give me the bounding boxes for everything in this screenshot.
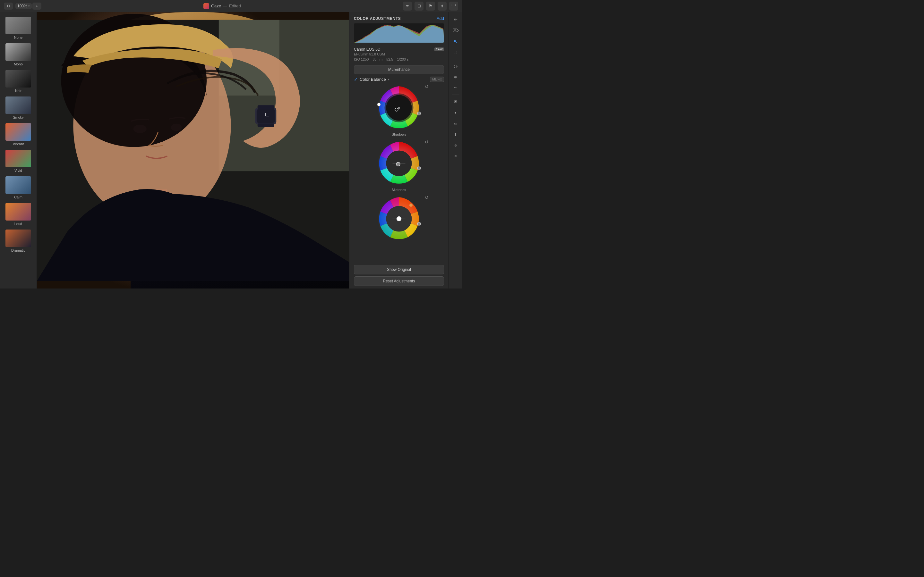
shutter-label: 1/200 s (397, 57, 409, 61)
preset-none[interactable]: None (0, 15, 37, 41)
reset-adjustments-label: Reset Adjustments (383, 279, 415, 284)
preset-smoky-thumb (5, 97, 31, 114)
highlights-color-wheel[interactable] (376, 195, 422, 242)
filter-tool-button[interactable]: ◎ (451, 61, 460, 71)
cursor-tool-button[interactable]: ↖ (451, 37, 460, 46)
photo-canvas (37, 12, 349, 288)
preset-dramatic[interactable]: Dramatic (0, 227, 37, 254)
preset-vivid-label: Vivid (15, 169, 22, 172)
zoom-chevron-icon: ▾ (28, 5, 30, 8)
preset-noir[interactable]: Noir (0, 68, 37, 95)
color-balance-header: ✓ Color Balance ▾ ML Fix (354, 77, 444, 82)
pen-icon: ✒ (406, 3, 409, 8)
preset-loud[interactable]: Loud (0, 201, 37, 227)
svg-point-29 (396, 162, 400, 166)
svg-point-20 (398, 107, 400, 109)
svg-point-30 (417, 167, 421, 170)
main-content: None Mono Noir Smoky Vibrant Vivid (0, 12, 462, 288)
highlights-wheel-wrapper: ↺ (376, 195, 422, 242)
preset-mono[interactable]: Mono (0, 41, 37, 68)
tools-column: ✏ ⌦ ↖ ⬚ ◎ ⊕ 〜 ☀ ● ▭ T (449, 12, 462, 288)
preset-calm[interactable]: Calm (0, 174, 37, 201)
flag-tool-button[interactable]: ⚑ (426, 2, 435, 11)
edited-label: Edited (229, 3, 241, 8)
svg-rect-13 (258, 123, 274, 127)
text-icon: T (454, 132, 457, 137)
presets-panel: None Mono Noir Smoky Vibrant Vivid (0, 12, 37, 288)
zoom-control: 100% ▾ + (15, 3, 41, 10)
share-icon: ⬆ (441, 4, 444, 8)
svg-point-37 (417, 222, 421, 226)
ml-enhance-label: ML Enhance (388, 67, 410, 72)
titlebar: ⊟ 100% ▾ + Gaze — Edited ✒ ⊡ ⚑ ⬆ (0, 0, 462, 12)
brush-tool-button[interactable]: 〜 (451, 83, 460, 93)
ml-enhance-button[interactable]: ML Enhance (354, 65, 444, 74)
preset-smoky[interactable]: Smoky (0, 95, 37, 121)
mask-tool-button[interactable]: ⊙ (451, 140, 460, 150)
midtones-wheel-container: ↺ (354, 140, 444, 192)
svg-point-36 (397, 217, 401, 221)
shadows-label: Shadows (392, 132, 406, 136)
fx-tool-button[interactable]: ≋ (451, 151, 460, 161)
paint-bucket-button[interactable]: ▭ (451, 119, 460, 128)
preset-none-thumb (5, 17, 31, 34)
app-icon (204, 3, 209, 9)
shadows-wheel-wrapper: ↺ (376, 85, 422, 131)
color-balance-check-icon[interactable]: ✓ (354, 77, 358, 82)
zoom-display[interactable]: 100% ▾ (15, 3, 32, 9)
spot-heal-button[interactable]: ● (451, 108, 460, 117)
reset-adjustments-button[interactable]: Reset Adjustments (354, 276, 444, 286)
color-sample-button[interactable]: ⊕ (451, 72, 460, 82)
iso-label: ISO 1250 (354, 57, 368, 61)
lens-info-label: EF85mm f/1.8 USM (354, 52, 444, 56)
color-balance-name-label[interactable]: Color Balance (360, 77, 386, 82)
app-name-label: Gaze (211, 3, 221, 8)
right-panel: COLOR ADJUSTMENTS Add Canon EOS 6D RAW E… (349, 12, 449, 288)
settings-button[interactable]: ⋮⋮ (449, 2, 458, 11)
raw-badge: RAW (435, 47, 444, 51)
camera-model-row: Canon EOS 6D RAW (354, 47, 444, 52)
selection-tool-button[interactable]: ⬚ (451, 47, 460, 57)
sun-tool-button[interactable]: ☀ (451, 97, 460, 106)
highlights-reset-button[interactable]: ↺ (425, 195, 429, 200)
bottom-buttons: Show Original Reset Adjustments (349, 262, 449, 288)
fx-icon: ≋ (454, 155, 457, 158)
shadows-wheel-container: ↺ (354, 85, 444, 136)
preset-vibrant[interactable]: Vibrant (0, 121, 37, 148)
color-balance-chevron-icon[interactable]: ▾ (388, 77, 389, 81)
midtones-color-wheel[interactable] (376, 140, 422, 187)
highlights-wheel-container: ↺ (354, 195, 444, 243)
preset-vivid-thumb (5, 150, 31, 167)
shadows-color-wheel[interactable] (376, 85, 422, 131)
preset-calm-thumb (5, 176, 31, 194)
adjustments-scroll[interactable]: ✓ Color Balance ▾ ML Fix ↺ (349, 77, 449, 262)
exif-row: ISO 1250 85mm f/2.5 1/200 s (354, 57, 444, 61)
titlebar-center: Gaze — Edited (204, 3, 241, 9)
preset-vivid[interactable]: Vivid (0, 148, 37, 174)
pen-tool-button[interactable]: ✏ (451, 15, 460, 24)
show-original-button[interactable]: Show Original (354, 265, 444, 274)
ml-fix-badge[interactable]: ML Fix (430, 77, 444, 82)
shadows-reset-button[interactable]: ↺ (425, 84, 429, 89)
histogram (354, 23, 444, 43)
sidebar-toggle-button[interactable]: ⊟ (4, 3, 13, 10)
tool-divider-2 (452, 95, 459, 95)
crop-icon: ⊡ (417, 3, 421, 8)
share-button[interactable]: ⬆ (438, 2, 447, 11)
midtones-label: Midtones (392, 188, 406, 192)
add-adjustment-button[interactable]: Add (437, 16, 444, 21)
crop-tool-button[interactable]: ⊡ (415, 2, 423, 11)
eraser-tool-button[interactable]: ⌦ (451, 26, 460, 35)
preset-noir-thumb (5, 70, 31, 87)
photo-area (37, 12, 349, 288)
preset-loud-label: Loud (15, 222, 22, 226)
pen-tool-button[interactable]: ✒ (403, 2, 412, 11)
zoom-plus-button[interactable]: + (32, 3, 41, 10)
text-tool-button[interactable]: T (451, 129, 460, 139)
camera-model-label: Canon EOS 6D (354, 47, 381, 52)
titlebar-left: ⊟ 100% ▾ + (4, 3, 41, 10)
camera-info: Canon EOS 6D RAW EF85mm f/1.8 USM ISO 12… (349, 45, 449, 64)
eraser-icon: ⌦ (452, 28, 459, 33)
filter-icon: ◎ (454, 63, 457, 69)
midtones-reset-button[interactable]: ↺ (425, 139, 429, 145)
